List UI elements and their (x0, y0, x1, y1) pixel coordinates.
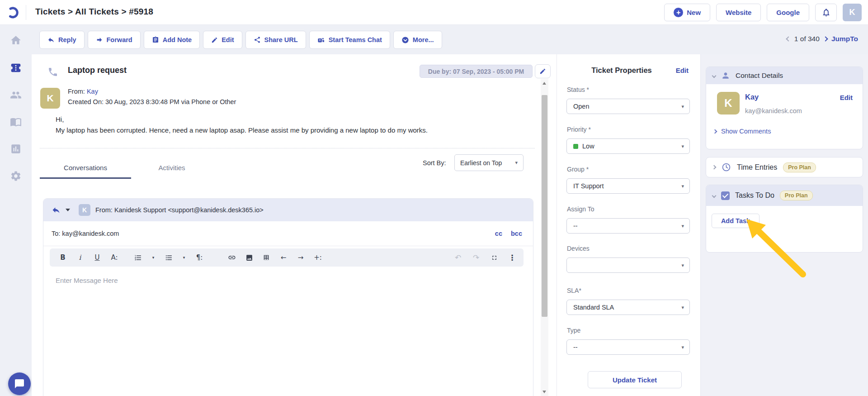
scroll-up-icon[interactable] (542, 82, 546, 85)
requester-from-line: From: Kay (68, 88, 98, 95)
collapse-chevron-icon[interactable] (712, 73, 717, 78)
share-url-button[interactable]: Share URL (245, 31, 306, 49)
add-note-button[interactable]: Add Note (144, 31, 200, 49)
edit-label: Edit (222, 36, 234, 43)
edit-due-date-button[interactable] (535, 64, 551, 78)
edit-button[interactable]: Edit (203, 31, 242, 49)
outdent-icon[interactable]: ← (279, 254, 288, 261)
composer-to-row[interactable]: To: kay@kanidesk.com cc bcc (43, 221, 533, 246)
bullet-list-caret-icon[interactable]: ▾ (182, 256, 186, 260)
settings-gear-icon[interactable] (10, 170, 22, 182)
app-root: Tickets > All Tickets > #5918 + New Webs… (0, 0, 868, 396)
message-divider (40, 148, 535, 148)
breadcrumb: Tickets > All Tickets > #5918 (35, 7, 153, 17)
tab-activities[interactable]: Activities (131, 156, 212, 179)
new-button[interactable]: + New (664, 4, 710, 21)
website-button[interactable]: Website (716, 4, 761, 21)
app-logo[interactable] (0, 0, 26, 25)
scrollbar-thumb[interactable] (542, 95, 547, 317)
sla-select[interactable]: Standard SLA ▾ (566, 300, 690, 315)
pager-next-icon[interactable] (823, 36, 828, 41)
tickets-icon[interactable] (10, 62, 22, 74)
time-entries-card[interactable]: Time Entries Pro Plan (706, 157, 863, 177)
assign-to-select[interactable]: -- ▾ (566, 218, 690, 234)
chevron-right-icon (713, 129, 717, 134)
teams-icon (317, 36, 325, 44)
undo-icon[interactable]: ↶ (454, 254, 462, 262)
status-select[interactable]: Open ▾ (566, 99, 690, 114)
jump-to-link[interactable]: JumpTo (831, 35, 858, 43)
chevron-down-icon: ▾ (681, 183, 684, 189)
agent-avatar: K (79, 204, 90, 216)
add-note-label: Add Note (163, 36, 192, 43)
more-formats-icon[interactable]: +: (314, 254, 322, 261)
contact-name-link[interactable]: Kay (745, 93, 759, 101)
ticket-title: Laptop request (68, 66, 127, 75)
add-task-button[interactable]: Add Task (712, 214, 760, 228)
fullscreen-icon[interactable] (490, 254, 498, 261)
bold-icon[interactable]: B (59, 254, 67, 261)
type-select[interactable]: -- ▾ (566, 339, 690, 355)
paragraph-format-icon[interactable]: ¶: (195, 254, 203, 261)
tab-conversations[interactable]: Conversations (40, 156, 131, 179)
ticket-action-bar: Reply Forward Add Note Edit Share URL St… (39, 31, 442, 49)
forward-button[interactable]: Forward (88, 31, 141, 49)
header-divider (26, 5, 26, 20)
insert-table-icon[interactable] (262, 254, 270, 261)
contact-details-header[interactable]: Contact Details (706, 67, 863, 84)
bcc-link[interactable]: bcc (511, 230, 522, 237)
redo-icon[interactable]: ↷ (472, 254, 480, 262)
insert-link-icon[interactable] (228, 253, 236, 262)
font-options-icon[interactable]: A: (110, 254, 118, 261)
active-tab-indicator (40, 177, 131, 179)
tasks-to-do-header[interactable]: Tasks To Do Pro Plan (706, 185, 863, 206)
tasks-to-do-title: Tasks To Do (735, 191, 774, 200)
scroll-down-icon[interactable] (542, 391, 546, 393)
requester-name-link[interactable]: Kay (87, 88, 98, 95)
google-button[interactable]: Google (767, 4, 809, 21)
contact-edit-link[interactable]: Edit (840, 94, 853, 101)
expand-chevron-icon[interactable] (712, 165, 717, 170)
underline-icon[interactable]: U (93, 254, 101, 261)
devices-select[interactable]: ▾ (566, 258, 690, 273)
ordered-list-icon[interactable] (134, 254, 142, 262)
collapse-chevron-icon[interactable] (712, 193, 717, 198)
home-icon[interactable] (10, 34, 22, 46)
plus-icon: + (674, 8, 683, 17)
pager-prev-icon[interactable] (786, 36, 791, 41)
kebab-menu-icon[interactable]: ⋮ (508, 254, 516, 262)
tasks-checkbox[interactable] (721, 191, 730, 200)
user-avatar[interactable]: K (843, 4, 862, 21)
notifications-button[interactable] (815, 4, 837, 21)
assign-to-value: -- (573, 222, 578, 229)
conversation-scrollbar[interactable] (541, 79, 548, 396)
group-select[interactable]: IT Support ▾ (566, 178, 690, 194)
forward-icon (96, 36, 103, 43)
insert-image-icon[interactable] (245, 254, 253, 262)
cc-link[interactable]: cc (495, 230, 502, 237)
indent-icon[interactable]: → (297, 254, 305, 261)
reply-type-caret-icon[interactable] (66, 209, 70, 211)
type-value: -- (573, 344, 578, 351)
reply-type-icon[interactable] (52, 205, 61, 215)
new-button-label: New (687, 9, 701, 16)
person-icon (721, 71, 730, 80)
bullet-list-icon[interactable] (165, 254, 173, 262)
reply-button[interactable]: Reply (39, 31, 85, 49)
reports-icon[interactable] (10, 143, 22, 155)
priority-select[interactable]: Low ▾ (566, 138, 690, 154)
contacts-icon[interactable] (10, 89, 22, 101)
properties-edit-link[interactable]: Edit (676, 67, 689, 74)
live-chat-button[interactable] (8, 372, 31, 395)
sort-order-dropdown[interactable]: Earliest on Top ▾ (454, 154, 524, 171)
ordered-list-caret-icon[interactable]: ▾ (151, 256, 156, 260)
update-ticket-button[interactable]: Update Ticket (588, 371, 682, 388)
sort-by-label: Sort By: (423, 159, 446, 167)
italic-icon[interactable]: i (76, 254, 84, 261)
more-button[interactable]: More... (393, 31, 442, 49)
message-editor-input[interactable]: Enter Message Here (56, 277, 118, 284)
knowledge-base-icon[interactable] (10, 116, 22, 128)
show-comments-toggle[interactable]: Show Comments (713, 128, 771, 135)
assign-to-label: Assign To (567, 205, 594, 213)
teams-chat-button[interactable]: Start Teams Chat (309, 31, 390, 49)
